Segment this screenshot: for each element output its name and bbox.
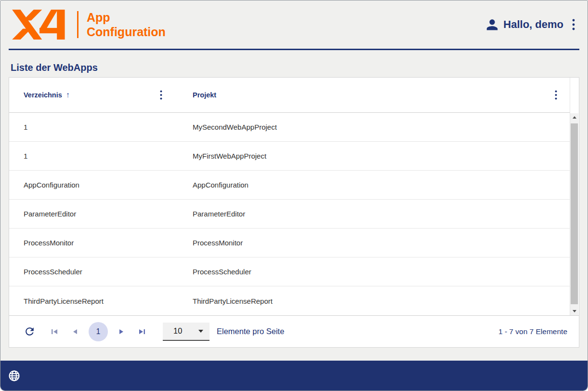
table-row[interactable]: ProcessMonitor ProcessMonitor — [9, 229, 570, 257]
user-icon — [485, 17, 499, 32]
next-page-icon[interactable] — [114, 324, 129, 339]
product-name-line1: App — [87, 10, 166, 25]
first-page-icon[interactable] — [47, 324, 62, 339]
scrollbar-up-icon[interactable] — [570, 113, 578, 121]
header-divider — [9, 49, 579, 50]
product-name: App Configuration — [87, 10, 166, 39]
cell-verzeichnis: ProcessScheduler — [9, 268, 163, 276]
column-label: Verzeichnis — [24, 91, 62, 99]
page-navigation: 1 — [47, 322, 149, 341]
result-range-label: 1 - 7 von 7 Elemente — [498, 327, 567, 336]
globe-icon[interactable] — [8, 369, 21, 382]
cell-verzeichnis: 1 — [9, 152, 163, 160]
sort-ascending-icon: ↑ — [66, 91, 70, 99]
current-page-button[interactable]: 1 — [89, 322, 108, 341]
vertical-scrollbar[interactable] — [570, 113, 578, 315]
cell-verzeichnis: ParameterEditor — [9, 210, 163, 218]
table-row[interactable]: 1 MySecondWebAppProject — [9, 113, 570, 142]
product-name-line2: Configuration — [87, 25, 166, 39]
app-header: App Configuration Hallo, demo — [0, 0, 588, 49]
user-menu-kebab-icon[interactable] — [572, 18, 575, 31]
column-label: Projekt — [193, 91, 216, 99]
cell-projekt: ThirdPartyLicenseReport — [163, 297, 570, 305]
page-size-value: 10 — [173, 326, 182, 336]
previous-page-icon[interactable] — [68, 324, 82, 339]
table-area: Verzeichnis ↑ Projekt — [9, 78, 570, 315]
page-size-label: Elemente pro Seite — [217, 327, 284, 336]
table-header-row: Verzeichnis ↑ Projekt — [9, 78, 570, 113]
cell-projekt: AppConfiguration — [163, 181, 570, 189]
cell-verzeichnis: 1 — [9, 123, 163, 131]
sort-header-verzeichnis[interactable]: Verzeichnis ↑ — [24, 91, 70, 99]
cell-projekt: ProcessScheduler — [163, 268, 570, 276]
table-row[interactable]: 1 MyFirstWebAppProject — [9, 142, 570, 171]
cell-verzeichnis: ThirdPartyLicenseReport — [9, 297, 163, 305]
page-size-select[interactable]: 10 — [163, 323, 209, 341]
user-area: Hallo, demo — [485, 17, 575, 32]
app-window: App Configuration Hallo, demo Liste der … — [0, 0, 588, 391]
x4-logo-icon — [11, 10, 68, 40]
page-title: Liste der WebApps — [9, 62, 579, 73]
pagination-bar: 1 10 Elemente pro Seite — [9, 315, 579, 347]
cell-projekt: ProcessMonitor — [163, 239, 570, 247]
last-page-icon[interactable] — [135, 324, 149, 339]
dropdown-caret-icon — [198, 330, 203, 333]
column-menu-icon[interactable] — [159, 89, 163, 101]
cell-projekt: MySecondWebAppProject — [163, 123, 570, 131]
table-row[interactable]: ProcessScheduler ProcessScheduler — [9, 257, 570, 286]
column-header-verzeichnis: Verzeichnis ↑ — [9, 89, 163, 101]
webapps-table: Verzeichnis ↑ Projekt — [9, 77, 579, 348]
cell-verzeichnis: ProcessMonitor — [9, 239, 163, 247]
sort-header-projekt[interactable]: Projekt — [193, 91, 216, 99]
column-menu-icon[interactable] — [554, 89, 558, 101]
app-footer — [0, 361, 588, 391]
table-body: 1 MySecondWebAppProject 1 MyFirstWebAppP… — [9, 113, 570, 315]
brand: App Configuration — [11, 10, 166, 40]
cell-projekt: MyFirstWebAppProject — [163, 152, 570, 160]
cell-verzeichnis: AppConfiguration — [9, 181, 163, 189]
user-greeting: Hallo, demo — [503, 18, 563, 31]
refresh-icon[interactable] — [24, 325, 36, 337]
scrollbar-thumb[interactable] — [571, 123, 578, 304]
brand-separator — [77, 11, 78, 38]
table-row[interactable]: ParameterEditor ParameterEditor — [9, 200, 570, 229]
scrollbar-down-icon[interactable] — [570, 307, 578, 315]
table-row[interactable]: AppConfiguration AppConfiguration — [9, 171, 570, 200]
table-row[interactable]: ThirdPartyLicenseReport ThirdPartyLicens… — [9, 286, 570, 315]
column-header-projekt: Projekt — [163, 89, 570, 101]
cell-projekt: ParameterEditor — [163, 210, 570, 218]
